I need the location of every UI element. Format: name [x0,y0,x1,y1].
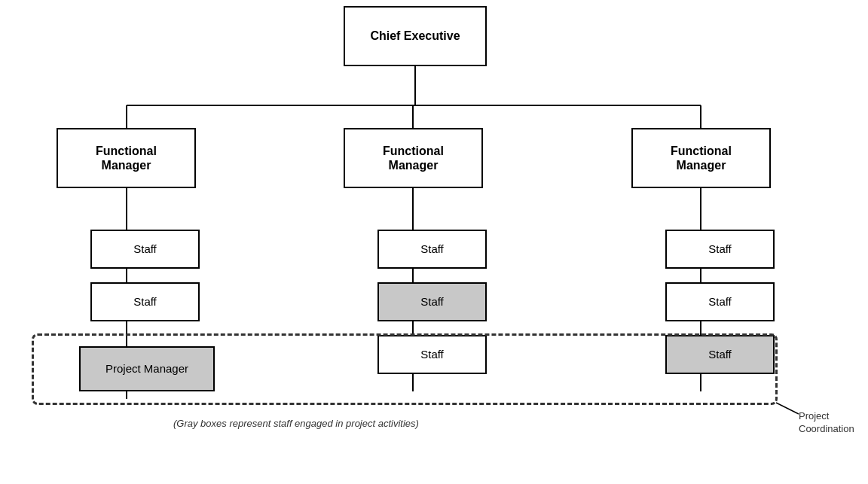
org-chart: Chief Executive FunctionalManager Functi… [0,0,868,484]
fm-left-label: FunctionalManager [96,144,157,172]
staff-left-1: Staff [90,230,200,269]
fm-right-label: FunctionalManager [671,144,732,172]
staff-l2-label: Staff [133,295,157,309]
staff-center-1: Staff [377,230,487,269]
project-coordination-rect [32,333,778,405]
fm-center-label: FunctionalManager [383,144,444,172]
staff-c2-label: Staff [420,295,444,309]
chief-executive-box: Chief Executive [344,6,487,66]
fm-center-box: FunctionalManager [344,128,483,188]
footnote-text: (Gray boxes represent staff engaged in p… [173,418,419,429]
staff-r1-label: Staff [708,242,732,256]
staff-r2-label: Staff [708,295,732,309]
staff-l1-label: Staff [133,242,157,256]
fm-left-box: FunctionalManager [57,128,196,188]
staff-right-2: Staff [665,282,775,321]
svg-line-17 [776,403,799,414]
staff-left-2: Staff [90,282,200,321]
project-coordination-label: Project Coordination [799,410,868,436]
staff-c1-label: Staff [420,242,444,256]
chief-executive-label: Chief Executive [370,29,460,43]
fm-right-box: FunctionalManager [631,128,771,188]
staff-right-1: Staff [665,230,775,269]
staff-center-2: Staff [377,282,487,321]
